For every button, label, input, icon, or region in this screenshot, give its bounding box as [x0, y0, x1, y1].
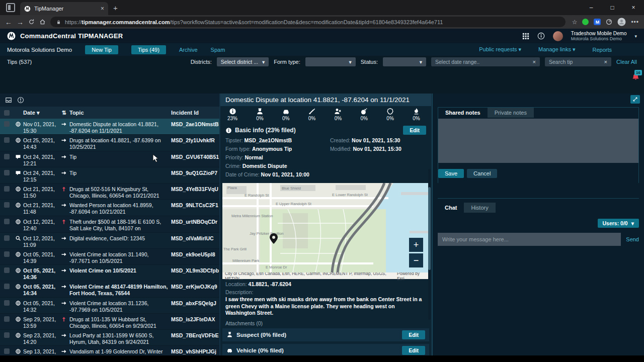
notification-bell-icon[interactable]: 16	[631, 73, 640, 81]
browser-tab[interactable]: TipManager ×	[20, 2, 108, 15]
tip-row[interactable]: Oct 12, 2021,12:40Theft under $500 at 18…	[0, 216, 219, 233]
url-bar[interactable]: https://tipmanager.commandcentral.com/ti…	[50, 17, 566, 27]
date-range-field[interactable]: ×	[431, 57, 540, 66]
column-date[interactable]: Date ▾	[23, 110, 58, 116]
tip-row[interactable]: Oct 24, 2021,12:15TipMSD_9uQ1GZioP7	[0, 167, 219, 184]
edit-basic-info-button[interactable]: Edit	[403, 126, 426, 135]
row-checkbox[interactable]	[4, 284, 10, 289]
tip-row[interactable]: Sep 23, 2021,14:20Loud Party at 1301-159…	[0, 330, 219, 346]
metric-vehicle[interactable]: 0%	[282, 108, 290, 121]
status-select[interactable]: ▾	[383, 57, 426, 66]
row-checkbox[interactable]	[4, 154, 10, 159]
row-checkbox[interactable]	[4, 300, 10, 306]
back-button[interactable]: ←	[5, 19, 12, 26]
clear-date-icon[interactable]: ×	[533, 59, 536, 65]
home-icon[interactable]	[39, 19, 46, 25]
cancel-notes-button[interactable]: Cancel	[467, 169, 497, 178]
tip-row[interactable]: Oct 05, 2021,14:39Violent Crime at locat…	[0, 249, 219, 265]
extension-motorola-icon[interactable]: M	[594, 19, 601, 25]
edit-vehicle-button[interactable]: Edit	[402, 346, 425, 355]
search-field[interactable]: ×	[545, 57, 611, 66]
reports-link[interactable]: Reports	[592, 47, 612, 53]
map-zoom-in-button[interactable]: +	[409, 238, 423, 252]
info-icon[interactable]	[537, 32, 545, 40]
new-tip-button[interactable]: New Tip	[85, 45, 118, 54]
row-checkbox[interactable]	[4, 332, 10, 338]
row-checkbox[interactable]	[4, 202, 10, 208]
tab-chat[interactable]: Chat	[438, 203, 464, 213]
manage-links-menu[interactable]: Manage links ▾	[538, 46, 575, 53]
row-checkbox[interactable]	[4, 137, 10, 143]
window-minimize-button[interactable]: –	[581, 0, 602, 15]
tip-row[interactable]: Sep 29, 2021,13:59Drugs at 101-135 W Hub…	[0, 314, 219, 330]
row-checkbox[interactable]	[4, 186, 10, 192]
metric-basic-info[interactable]: 23%	[227, 108, 237, 121]
metric-weapons[interactable]: 0%	[360, 108, 368, 121]
metric-arson[interactable]: 0%	[413, 108, 420, 121]
browser-profile-avatar[interactable]	[617, 18, 626, 26]
metric-property[interactable]: 0%	[386, 108, 394, 121]
archive-tray-icon[interactable]	[5, 97, 12, 104]
favorites-icon[interactable]: ☆	[572, 19, 578, 26]
row-checkbox[interactable]	[4, 121, 10, 127]
tab-search-icon[interactable]	[6, 3, 15, 12]
form-type-select[interactable]: ▾	[305, 57, 356, 66]
row-checkbox[interactable]	[4, 267, 10, 273]
tab-close-icon[interactable]: ×	[101, 5, 104, 12]
row-checkbox[interactable]	[4, 235, 10, 241]
extension-icon[interactable]	[606, 19, 612, 25]
public-requests-menu[interactable]: Public requests ▾	[479, 46, 521, 53]
row-checkbox[interactable]	[4, 348, 10, 354]
user-avatar[interactable]	[553, 31, 563, 41]
metric-wanted[interactable]: 0%	[334, 108, 342, 121]
tab-shared-notes[interactable]: Shared notes	[438, 108, 488, 118]
window-maximize-button[interactable]: □	[602, 0, 623, 15]
clear-search-icon[interactable]: ×	[604, 59, 607, 65]
column-topic[interactable]: Topic	[69, 110, 171, 116]
edit-suspect-button[interactable]: Edit	[402, 330, 425, 339]
metric-drugs[interactable]: 0%	[308, 108, 316, 121]
tab-private-notes[interactable]: Private notes	[488, 108, 534, 118]
tip-row[interactable]: Oct 05, 2021,14:34Violent Crime at 48147…	[0, 281, 219, 297]
column-incident-id[interactable]: Incident Id	[171, 110, 219, 116]
save-notes-button[interactable]: Save	[438, 169, 464, 178]
tab-history[interactable]: History	[464, 203, 495, 213]
districts-select[interactable]: Select district ...▾	[217, 57, 269, 66]
tip-row[interactable]: Oct 05, 2021,14:36Violent Crime on 10/5/…	[0, 265, 219, 281]
tip-row[interactable]: Oct 25, 2021,14:43Drugs at location 41.8…	[0, 135, 219, 151]
select-all-checkbox[interactable]	[4, 110, 10, 116]
expand-panel-button[interactable]	[630, 95, 640, 104]
extension-green-icon[interactable]	[582, 19, 589, 25]
account-caret-icon[interactable]: ▾	[634, 34, 637, 39]
refresh-icon[interactable]	[28, 19, 35, 25]
chat-message-input[interactable]	[438, 233, 621, 246]
tab-spam[interactable]: Spam	[211, 47, 225, 53]
map[interactable]: Plaza Blue Shield E Randolph St E Upper …	[222, 183, 429, 273]
forward-button[interactable]: →	[17, 19, 24, 26]
row-checkbox[interactable]	[4, 170, 10, 175]
tip-row[interactable]: Oct 21, 2021,11:48Wanted Person at locat…	[0, 200, 219, 216]
search-input[interactable]	[549, 59, 601, 65]
new-tab-button[interactable]: +	[113, 4, 118, 12]
account-switcher[interactable]: Tradeshow Mobile Demo Motorola Solutions…	[571, 31, 627, 42]
chat-users-dropdown[interactable]: Users: 0/0▾	[598, 219, 639, 228]
clear-all-link[interactable]: Clear All	[616, 59, 637, 65]
tip-row[interactable]: Oct 24, 2021,12:21TipMSD_GVU6T40B51	[0, 151, 219, 167]
row-checkbox[interactable]	[4, 219, 10, 224]
browser-menu-icon[interactable]: •••	[631, 19, 639, 26]
row-checkbox[interactable]	[4, 316, 10, 322]
tab-archive[interactable]: Archive	[179, 47, 198, 53]
send-button[interactable]: Send	[626, 236, 639, 242]
apps-grid-icon[interactable]	[522, 33, 529, 40]
tip-row[interactable]: Oct 21, 2021,11:50Drugs at 502-516 N Kin…	[0, 184, 219, 200]
tip-row[interactable]: Oct 12, 2021,11:09Digital evidence, Case…	[0, 233, 219, 249]
metric-suspect[interactable]: 0%	[256, 108, 264, 121]
detail-scrollbar[interactable]	[428, 169, 431, 320]
alert-circle-icon[interactable]	[17, 97, 24, 104]
tab-tips[interactable]: Tips (49)	[131, 45, 166, 54]
notes-textarea[interactable]	[438, 119, 638, 163]
map-zoom-out-button[interactable]: −	[409, 253, 423, 267]
tip-row[interactable]: Oct 05, 2021,14:32Violent Crime at locat…	[0, 298, 219, 314]
date-range-input[interactable]	[435, 59, 530, 65]
tip-row[interactable]: Nov 01, 2021,15:30Domestic Dispute at lo…	[0, 119, 219, 135]
